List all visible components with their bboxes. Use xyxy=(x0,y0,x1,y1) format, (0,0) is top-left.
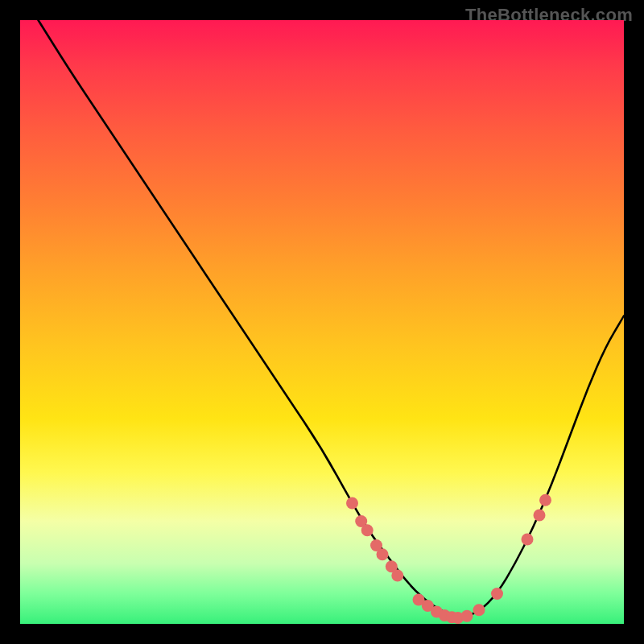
data-point xyxy=(522,534,534,546)
data-point xyxy=(473,604,485,616)
bottleneck-curve xyxy=(39,20,625,617)
chart-overlay xyxy=(20,20,624,624)
data-point xyxy=(461,610,473,622)
chart-frame: TheBottleneck.com xyxy=(0,0,644,644)
data-point xyxy=(491,588,503,600)
plot-area xyxy=(20,20,624,624)
data-points-group xyxy=(346,494,551,624)
data-point xyxy=(534,510,546,522)
data-point xyxy=(346,497,358,510)
data-point xyxy=(361,524,374,536)
data-point xyxy=(391,570,403,582)
data-point xyxy=(539,494,551,506)
data-point xyxy=(377,548,389,560)
